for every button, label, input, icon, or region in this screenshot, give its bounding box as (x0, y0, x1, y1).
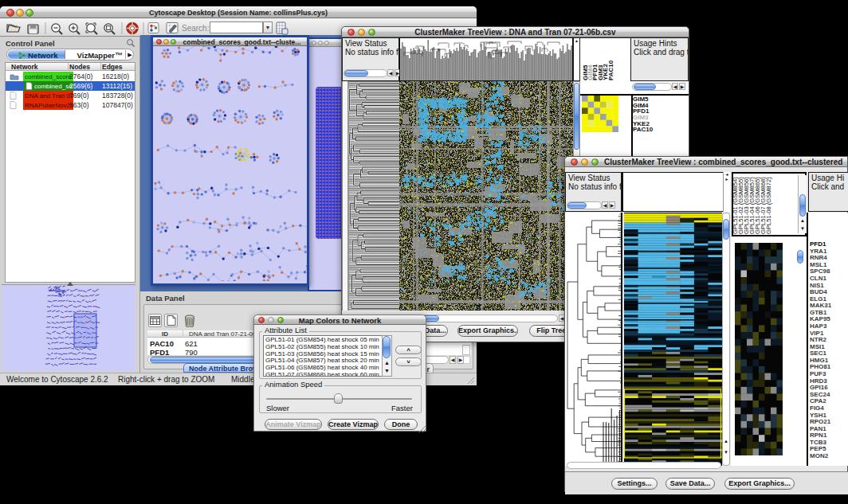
svg-text:Search:: Search: (182, 24, 209, 33)
svg-text:MON2: MON2 (810, 452, 829, 459)
svg-text:PAC10: PAC10 (607, 60, 614, 80)
svg-text:GPL51-08 (GSM872): GPL51-08 (GSM872) (765, 177, 772, 234)
